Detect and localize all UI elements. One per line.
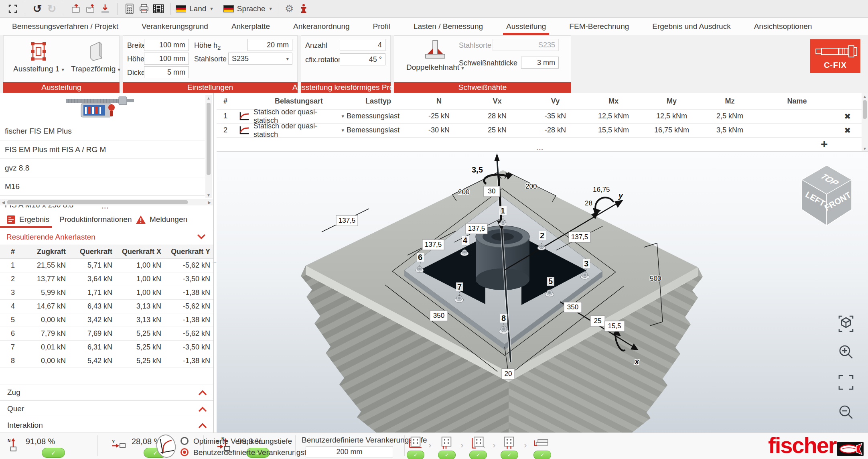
svg-text:20: 20 [505, 370, 512, 378]
tab-verankerungsgrund[interactable]: Verankerungsgrund [142, 18, 208, 35]
tab-ankeranordnung[interactable]: Ankeranordnung [293, 18, 350, 35]
section-interaktion[interactable]: Interaktion [0, 417, 214, 433]
section-quer[interactable]: Quer [0, 400, 214, 417]
cfix-anchor-icon [810, 39, 860, 63]
chevron-up-icon [199, 423, 207, 428]
view-cube[interactable]: TOP LEFT FRONT [802, 165, 852, 225]
delete-load-button[interactable]: ✖ [844, 126, 851, 135]
add-load-button[interactable]: + [821, 138, 828, 150]
fit-3d-view-icon[interactable] [839, 316, 853, 331]
chevron-right-icon: › [460, 440, 463, 451]
stiffener-dropdown[interactable]: Aussteifung 1 ▾ [13, 41, 64, 73]
step-spacing-icon[interactable] [471, 436, 485, 449]
product-vertical-scrollbar[interactable]: ▲ ▼ [205, 95, 212, 198]
fullscreen-view-icon[interactable] [839, 376, 853, 389]
loads-vertical-scrollbar[interactable]: ▲ ▼ [862, 93, 868, 152]
svg-text:25: 25 [594, 317, 602, 325]
info-icon[interactable] [296, 2, 311, 16]
scroll-down-icon[interactable]: ▼ [862, 145, 868, 152]
rotation-field[interactable] [340, 53, 385, 65]
tab-produktinformationen-label: Produktinformationen [59, 215, 132, 224]
radio-custom-depth[interactable] [180, 448, 189, 456]
tab-aussteifung[interactable]: Aussteifung [506, 18, 546, 35]
step-edge-distance-icon[interactable] [440, 436, 453, 449]
delete-load-button[interactable]: ✖ [844, 112, 851, 121]
undo-icon[interactable]: ↺ [30, 2, 45, 16]
fischer-fish-logo [837, 442, 864, 456]
language-selector[interactable]: Sprache ▾ [223, 2, 272, 16]
svg-text:7: 7 [457, 282, 462, 291]
download-icon[interactable] [98, 2, 112, 16]
save-project-icon[interactable] [83, 2, 98, 16]
hoehe-field[interactable] [144, 53, 189, 65]
product-row-variant[interactable]: FIS EM Plus mit FIS A / RG M [0, 140, 205, 159]
print-icon[interactable] [137, 2, 151, 16]
viewport-splitter-handle[interactable]: ••• [537, 147, 544, 152]
germany-flag-icon [223, 5, 234, 12]
product-row-size[interactable]: M16 [0, 177, 205, 196]
zoom-in-icon[interactable] [840, 346, 852, 358]
radio-optimized-depth[interactable] [180, 437, 189, 445]
redo-icon[interactable]: ↻ [45, 2, 59, 16]
scroll-left-icon[interactable]: ◀ [0, 199, 6, 205]
dicke-field[interactable] [144, 66, 189, 78]
main-tab-bar: Bemessungsverfahren / Projekt Verankerun… [0, 18, 868, 35]
weld-thickness-label: Schweißnahtdicke [459, 59, 517, 67]
result-table-header: #Zugkraft QuerkraftQuerkraft X Querkraft… [0, 245, 214, 259]
anchor-loads-section-header[interactable]: Resultierende Ankerlasten [6, 233, 95, 242]
tab-bemessungsverfahren-projekt[interactable]: Bemessungsverfahren / Projekt [12, 18, 118, 35]
tab-lasten-bemessung[interactable]: Lasten / Bemessung [414, 18, 483, 35]
tab-meldungen[interactable]: Meldungen [136, 212, 187, 227]
svg-text:137,5: 137,5 [468, 225, 485, 232]
tab-ergebnis-und-ausdruck[interactable]: Ergebnis und Ausdruck [652, 18, 730, 35]
fullscreen-icon[interactable] [6, 2, 20, 16]
warning-triangle-icon [136, 215, 146, 224]
anzahl-field[interactable] [340, 39, 385, 51]
animation-icon[interactable] [151, 2, 166, 16]
breite-field[interactable] [144, 39, 189, 51]
anzahl-label: Anzahl [305, 41, 327, 50]
calculator-icon[interactable] [122, 2, 137, 16]
step-profile-icon[interactable] [533, 436, 549, 449]
chevron-down-icon[interactable] [197, 234, 205, 240]
svg-text:1: 1 [501, 206, 505, 215]
country-selector[interactable]: Land ▾ [176, 2, 213, 16]
tab-fem-berechnung[interactable]: FEM-Berechnung [569, 18, 629, 35]
step-anchor-plate-icon[interactable] [409, 436, 422, 449]
zoom-out-icon[interactable] [840, 406, 852, 418]
shape-dropdown[interactable]: Trapezförmig ▾ [71, 41, 120, 73]
tab-produktinformationen[interactable]: Produktinformationen [59, 212, 132, 227]
svg-text:3: 3 [584, 259, 588, 268]
cfix-application-window: ↺ ↻ Land ▾ Sprache ▾ [0, 0, 868, 459]
settings-gear-icon[interactable]: ⚙ [282, 2, 296, 16]
stiffener-icon [28, 41, 49, 62]
hoehe-h2-field[interactable] [247, 39, 292, 51]
scroll-up-icon[interactable]: ▲ [205, 95, 212, 101]
load-type-dropdown[interactable]: Statisch oder quasi-statisch ▾ [254, 122, 347, 139]
tab-ansichtsoptionen[interactable]: Ansichtsoptionen [754, 18, 812, 35]
radio-optimized-depth-label[interactable]: Optimierte Verankerungstiefe [193, 437, 292, 446]
stahlsorte-select[interactable]: S235 ▾ [228, 53, 292, 65]
product-row-family[interactable]: fischer FIS EM Plus [0, 122, 205, 140]
weld-thickness-field[interactable] [521, 57, 559, 69]
product-row-material[interactable]: gvz 8.8 [0, 159, 205, 177]
step-thickness-icon[interactable] [502, 436, 516, 449]
scroll-up-icon[interactable]: ▲ [862, 93, 868, 100]
radio-custom-depth-label[interactable]: Benutzerdefinierte Verankerungstiefe [193, 448, 319, 457]
scroll-down-icon[interactable]: ▼ [205, 192, 212, 198]
section-zug[interactable]: Zug [0, 384, 214, 400]
horizontal-splitter-handle[interactable]: ••• [102, 205, 109, 210]
product-horizontal-scrollbar[interactable]: ◀ ▶ [0, 199, 213, 205]
tab-profil[interactable]: Profil [373, 18, 390, 35]
open-project-icon[interactable] [69, 2, 83, 16]
weld-type-dropdown[interactable]: Doppelkehlnaht ▾ [406, 39, 464, 72]
custom-depth-field[interactable] [306, 446, 393, 457]
tab-ergebnis[interactable]: Ergebnis [6, 212, 49, 227]
scroll-right-icon[interactable]: ▶ [206, 199, 213, 205]
step-ok-badge: ✓ [533, 451, 551, 459]
chevron-down-icon: ▾ [341, 113, 344, 119]
tab-ankerplatte[interactable]: Ankerplatte [231, 18, 270, 35]
svg-text:8: 8 [501, 314, 506, 323]
svg-text:137,5: 137,5 [571, 233, 588, 241]
3d-viewport[interactable]: 3,5 200 200 16,75 28 y x 500 30 137,5 13… [217, 152, 868, 433]
